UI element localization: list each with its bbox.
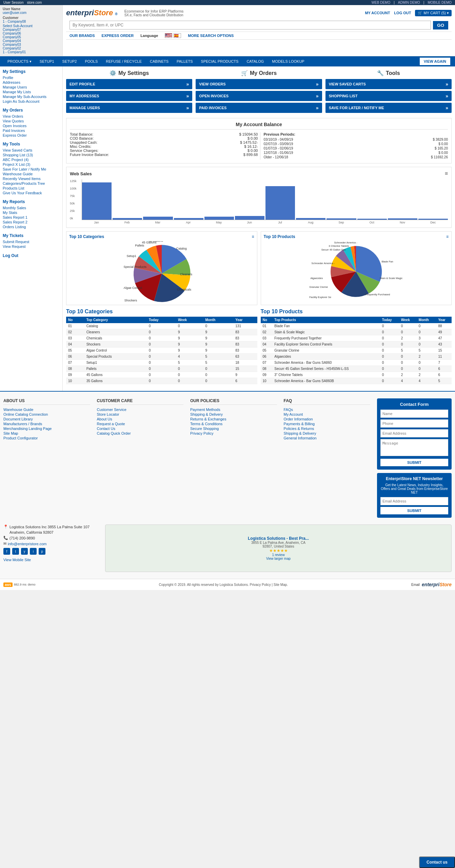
products-pie-menu[interactable]: ≡ (446, 234, 449, 239)
footer-link[interactable]: Shipping & Delivery (284, 431, 371, 435)
nav-item-catalog[interactable]: CATALOG (242, 57, 268, 66)
nav-item-pallets[interactable]: PALLETS (173, 57, 197, 66)
footer-email-link[interactable]: info@enterpristore.com (8, 542, 47, 546)
nav-item-refuse---recycle[interactable]: REFUSE / RECYCLE (102, 57, 146, 66)
sidebar-link[interactable]: View Request (3, 244, 60, 249)
more-search-options-link[interactable]: MORE SEARCH OPTIONS (188, 34, 234, 38)
sidebar-link[interactable]: ABC Project (4) (3, 157, 60, 162)
express-order-link[interactable]: EXPRESS ORDER (102, 34, 134, 38)
nav-item-cabinets[interactable]: CABINETS (146, 57, 173, 66)
sidebar-link[interactable]: Warehouse Guide (3, 172, 60, 176)
footer-link[interactable]: Product Configurator (3, 436, 90, 440)
contact-email-input[interactable] (380, 429, 448, 437)
footer-link[interactable]: Store Locator (97, 412, 184, 416)
dashboard-button[interactable]: OPEN INVOICES» (196, 91, 322, 101)
logo[interactable]: enterpriStore ® (66, 8, 118, 17)
dashboard-button[interactable]: VIEW ORDERS» (196, 79, 322, 89)
dashboard-button[interactable]: PAID INVOICES» (196, 103, 322, 113)
sidebar-link[interactable]: Shopping List (13) (3, 153, 60, 157)
nav-item-products[interactable]: PRODUCTS (3, 57, 36, 66)
sidebar-link[interactable]: Submit Request (3, 239, 60, 244)
company-item[interactable]: Company06 (3, 32, 60, 35)
sidebar-link[interactable]: Save For Later / Notify Me (3, 167, 60, 172)
my-account-link[interactable]: MY ACCOUNT (365, 11, 390, 15)
sidebar-link[interactable]: Monthly Sales (3, 205, 60, 210)
footer-link[interactable]: Catalog Quick Order (97, 431, 184, 435)
footer-link[interactable]: Payment Methods (190, 408, 277, 412)
sidebar-link[interactable]: Orders Listing (3, 224, 60, 229)
categories-pie-menu[interactable]: ≡ (252, 234, 254, 239)
dashboard-button[interactable]: MANAGE USERS» (66, 103, 192, 113)
facebook-icon[interactable]: f (3, 548, 10, 555)
sidebar-link[interactable]: View Quotes (3, 119, 60, 123)
dashboard-button[interactable]: VIEW SAVED CARTS» (325, 79, 452, 89)
footer-link[interactable]: Shipping & Delivery (190, 412, 277, 416)
footer-link[interactable]: About Us (97, 417, 184, 421)
company-item[interactable]: Company04 (3, 39, 60, 43)
nav-item-pools[interactable]: POOLS (81, 57, 102, 66)
sidebar-link[interactable]: Login As Sub-Account (3, 99, 60, 104)
sidebar-link[interactable]: View Orders (3, 114, 60, 119)
footer-link[interactable]: Online Catalog Connection (3, 412, 90, 416)
sidebar-link[interactable]: Sales Report 1 (3, 215, 60, 220)
contact-phone-input[interactable] (380, 419, 448, 428)
sidebar-link[interactable]: Manage My Lists (3, 90, 60, 94)
sidebar-link[interactable]: Products List (3, 186, 60, 191)
contact-name-input[interactable] (380, 410, 448, 418)
footer-link[interactable]: FAQs (284, 408, 371, 412)
nav-item-setup-[interactable]: SETUP1 (36, 57, 58, 66)
sidebar-link[interactable]: Project X List (3) (3, 162, 60, 167)
mobile-demo-link[interactable]: MOBILE DEMO (428, 1, 452, 4)
flag-us-icon[interactable]: 🇺🇸 (165, 33, 172, 38)
footer-link[interactable]: Policies & Returns (284, 427, 371, 431)
log-out-link[interactable]: LOG OUT (394, 11, 411, 15)
footer-link[interactable]: Payments & Billing (284, 422, 371, 426)
footer-link[interactable]: Manufacturers / Brands (3, 422, 90, 426)
footer-link[interactable]: Warehouse Guide (3, 408, 90, 412)
contact-us-floating-button[interactable]: Contact us (419, 856, 455, 868)
sidebar-link[interactable]: View Saved Carts (3, 148, 60, 153)
view-mobile-link[interactable]: View Mobile Site (3, 558, 31, 562)
nav-item-setup-[interactable]: SETUP2 (58, 57, 81, 66)
footer-link[interactable]: Order Information (284, 417, 371, 421)
logout-link[interactable]: Log Out (3, 253, 60, 258)
web-demo-link[interactable]: WEB DEMO (372, 1, 391, 4)
company-item[interactable]: Company02 (3, 46, 60, 50)
contact-message-input[interactable] (380, 439, 448, 456)
sidebar-link[interactable]: Express Order (3, 133, 60, 138)
search-input[interactable] (70, 21, 431, 29)
footer-link[interactable]: Customer Service (97, 408, 184, 412)
sidebar-link[interactable]: Paid Invoices (3, 128, 60, 133)
dashboard-button[interactable]: SAVE FOR LATER / NOTIFY ME» (325, 103, 452, 113)
footer-link[interactable]: Privacy Policy (190, 431, 277, 435)
footer-link[interactable]: My Account (284, 412, 371, 416)
company-item[interactable]: Company03 (3, 43, 60, 46)
dashboard-button[interactable]: MY ADDRESSES» (66, 91, 192, 101)
twitter-icon[interactable]: t (12, 548, 19, 555)
footer-link[interactable]: General Information (284, 436, 371, 440)
sidebar-link[interactable]: Profile (3, 75, 60, 80)
youtube-icon[interactable]: y (21, 548, 28, 555)
search-button[interactable]: GO (433, 21, 448, 29)
instagram-icon[interactable]: i (30, 548, 37, 555)
newsletter-email-input[interactable] (380, 497, 448, 505)
pinterest-icon[interactable]: p (39, 548, 45, 555)
flag-es-icon[interactable]: 🇪🇸 (174, 33, 181, 38)
footer-link[interactable]: Secure Shopping (190, 427, 277, 431)
sidebar-link[interactable]: Give Us Your Feedback (3, 191, 60, 195)
footer-link[interactable]: Merchandising Landing Page (3, 427, 90, 431)
company-item[interactable]: 1 - Company01 (3, 50, 60, 54)
sidebar-link[interactable]: Open Invoices (3, 123, 60, 128)
dashboard-button[interactable]: SHOPPING LIST» (325, 91, 452, 101)
sidebar-link[interactable]: Recently Viewed Items (3, 176, 60, 181)
contact-submit-button[interactable]: SUBMIT (380, 459, 448, 466)
newsletter-submit-button[interactable]: SUBMIT (380, 507, 448, 514)
sidebar-link[interactable]: Manage Users (3, 85, 60, 90)
company-item[interactable]: Company07 (3, 28, 60, 32)
footer-link[interactable]: Contact Us (97, 427, 184, 431)
sidebar-link[interactable]: My Stats (3, 210, 60, 215)
company-item[interactable]: Company05 (3, 35, 60, 39)
cart-button[interactable]: 🛒 MY CART (5) ▾ (415, 10, 452, 16)
admin-demo-link[interactable]: ADMIN DEMO (398, 1, 420, 4)
footer-link[interactable]: Request a Quote (97, 422, 184, 426)
